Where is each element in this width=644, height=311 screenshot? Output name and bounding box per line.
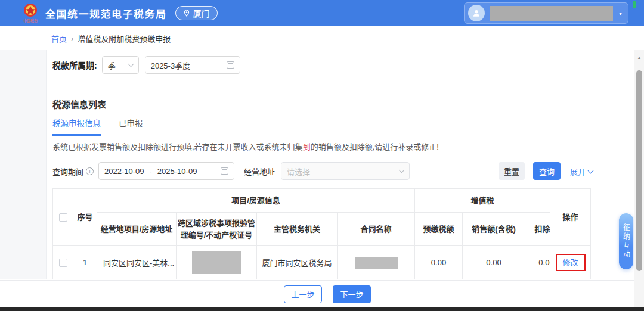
tax-source-table: 序号 项目/房源信息 增值税 操作 经营地项目/房源地址 跨区域涉税事项报验管理… bbox=[52, 188, 590, 279]
redacted-value bbox=[355, 257, 398, 269]
breadcrumb: 首页 › 增值税及附加税费预缴申报 bbox=[0, 26, 644, 50]
expand-toggle[interactable]: 展开 bbox=[570, 166, 593, 177]
search-button[interactable]: 查询 bbox=[533, 162, 561, 180]
period-type-select[interactable]: 季 bbox=[102, 56, 139, 74]
annotation-red-box: 修改 bbox=[556, 254, 586, 271]
row-checkbox-cell bbox=[53, 246, 73, 279]
col-seq: 序号 bbox=[73, 189, 97, 246]
select-all-cell bbox=[53, 189, 73, 246]
redacted-username bbox=[490, 6, 613, 21]
col-contract: 合同名称 bbox=[338, 213, 415, 246]
svg-text:中国税务: 中国税务 bbox=[23, 18, 38, 23]
scrollbar-thumb[interactable] bbox=[636, 70, 642, 271]
screen: 中国税务 全国统一规范电子税务局 厦门 ▾ 首页 › 增值税及附 bbox=[0, 0, 644, 311]
col-authority: 主管税务机关 bbox=[257, 213, 338, 246]
user-account-widget[interactable]: ▾ bbox=[464, 2, 628, 24]
section-title: 税源信息列表 bbox=[52, 98, 106, 110]
chevron-down-icon bbox=[588, 167, 594, 173]
row-seq: 1 bbox=[73, 246, 97, 279]
row-prepay: 0.00 bbox=[415, 246, 463, 279]
breadcrumb-current-page: 增值税及附加税费预缴申报 bbox=[78, 33, 171, 44]
col-address: 经营地项目/房源地址 bbox=[97, 213, 177, 246]
row-address: 同安区同安区-美林... bbox=[97, 246, 177, 279]
row-action-cell: 修改 bbox=[550, 246, 591, 279]
select-all-checkbox[interactable] bbox=[59, 213, 67, 222]
calendar-icon bbox=[227, 61, 234, 69]
chevron-down-icon bbox=[399, 167, 405, 173]
bottom-edge-strip bbox=[0, 307, 644, 311]
location-label: 厦门 bbox=[193, 7, 210, 19]
group-header-project-info: 项目/房源信息 bbox=[97, 189, 415, 213]
location-pill[interactable]: 厦门 bbox=[175, 6, 218, 20]
main-content-card: 税款所属期: 季 2025-3季度 税源信息列表 税源申报信息 已申报 系统已根… bbox=[47, 50, 634, 279]
location-pin-icon bbox=[183, 10, 190, 17]
top-header-bar: 中国税务 全国统一规范电子税务局 厦门 ▾ bbox=[0, 0, 644, 26]
col-action: 操作 bbox=[550, 189, 591, 246]
date-range-separator: - bbox=[150, 167, 152, 176]
row-authority: 厦门市同安区税务局 bbox=[257, 246, 338, 279]
query-filter-row: 查询期间 i 2022-10-09 - 2025-10-09 经营地址 请选择 bbox=[52, 162, 410, 180]
chevron-down-icon bbox=[128, 61, 134, 67]
row-cross-region bbox=[177, 246, 257, 279]
row-deduction: 0.00 bbox=[525, 246, 550, 279]
user-caret-down-icon: ▾ bbox=[619, 10, 622, 17]
period-type-value: 季 bbox=[108, 60, 116, 71]
info-icon[interactable]: i bbox=[86, 167, 94, 175]
tax-period-label: 税款所属期: bbox=[52, 59, 97, 71]
vertical-scrollbar: ▲ bbox=[634, 50, 644, 307]
date-to-value: 2025-10-09 bbox=[157, 167, 197, 176]
scrollbar-up-arrow[interactable]: ▲ bbox=[634, 55, 644, 60]
interaction-floating-tab[interactable]: 征纳互动 bbox=[619, 213, 633, 269]
period-date-value: 2025-3季度 bbox=[151, 60, 190, 71]
query-button-group: 重置 查询 展开 bbox=[499, 162, 593, 180]
table-group-header-row: 序号 项目/房源信息 增值税 操作 bbox=[53, 189, 591, 213]
business-address-select[interactable]: 请选择 bbox=[281, 162, 410, 180]
col-deduction: 扣除额 bbox=[525, 213, 550, 246]
date-from-value: 2022-10-09 bbox=[104, 167, 144, 176]
modify-link[interactable]: 修改 bbox=[563, 258, 578, 267]
reset-button[interactable]: 重置 bbox=[499, 162, 525, 180]
redacted-value bbox=[192, 251, 241, 274]
tab-already-declared[interactable]: 已申报 bbox=[119, 117, 143, 136]
col-sales: 销售额(含税) bbox=[463, 213, 525, 246]
period-date-input[interactable]: 2025-3季度 bbox=[145, 56, 240, 74]
notice-highlight: 到 bbox=[303, 142, 311, 151]
row-contract bbox=[338, 246, 415, 279]
left-margin-strip bbox=[0, 50, 47, 279]
next-step-button[interactable]: 下一步 bbox=[333, 285, 371, 303]
tax-bureau-logo-icon: 中国税务 bbox=[21, 2, 39, 24]
calendar-icon bbox=[221, 167, 228, 175]
breadcrumb-separator: › bbox=[71, 34, 73, 43]
system-notice-text: 系统已根据发票销售额及扣除额进行预填,若存在未开票收入或系统未归集到的销售额及扣… bbox=[52, 141, 439, 152]
tax-period-row: 税款所属期: 季 2025-3季度 bbox=[52, 56, 240, 74]
col-cross-region: 跨区域涉税事项报验管理编号/不动产权证号 bbox=[177, 213, 257, 246]
col-prepay: 预缴税额 bbox=[415, 213, 463, 246]
query-period-label: 查询期间 bbox=[52, 166, 83, 177]
tab-tax-source-declare-info[interactable]: 税源申报信息 bbox=[52, 117, 101, 136]
query-date-range-input[interactable]: 2022-10-09 - 2025-10-09 bbox=[98, 162, 234, 180]
table-sub-header-row: 经营地项目/房源地址 跨区域涉税事项报验管理编号/不动产权证号 主管税务机关 合… bbox=[53, 213, 591, 246]
tab-bar: 税源申报信息 已申报 bbox=[52, 117, 143, 136]
breadcrumb-home-link[interactable]: 首页 bbox=[51, 33, 67, 44]
table-row: 1 同安区同安区-美林... 厦门市同安区税务局 0.00 0.00 0.00 … bbox=[53, 246, 591, 279]
business-address-label: 经营地址 bbox=[244, 166, 275, 177]
row-checkbox[interactable] bbox=[59, 259, 67, 267]
previous-step-button[interactable]: 上一步 bbox=[284, 285, 322, 303]
app-title: 全国统一规范电子税务局 bbox=[45, 6, 167, 21]
green-indicator bbox=[633, 1, 636, 8]
user-avatar-icon bbox=[468, 5, 485, 21]
footer-bar: 上一步 下一步 bbox=[0, 280, 634, 307]
address-placeholder: 请选择 bbox=[287, 166, 310, 177]
group-header-vat: 增值税 bbox=[415, 189, 550, 213]
row-sales: 0.00 bbox=[463, 246, 525, 279]
